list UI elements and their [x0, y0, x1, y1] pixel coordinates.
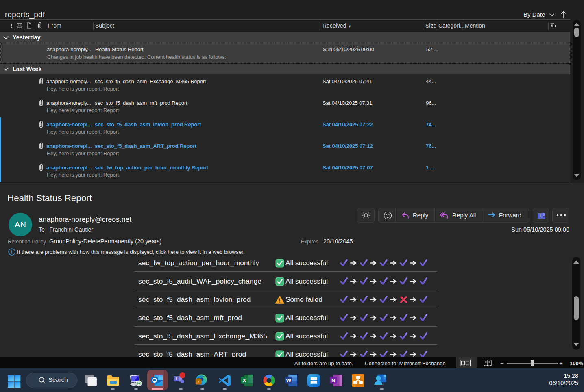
svg-text:W: W [286, 377, 291, 383]
svg-text:T: T [539, 213, 542, 218]
svg-text:X: X [242, 377, 246, 383]
svg-text:T: T [175, 376, 178, 381]
svg-text:N: N [331, 377, 336, 383]
